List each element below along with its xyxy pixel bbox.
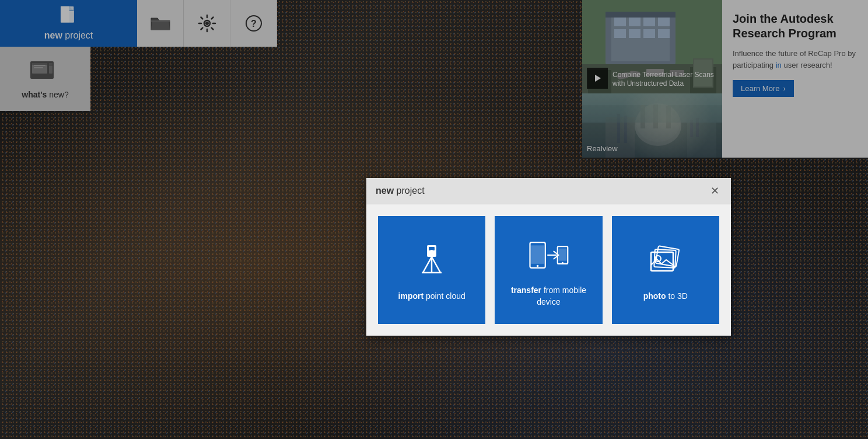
- dialog-close-button[interactable]: ✕: [708, 184, 722, 198]
- svg-rect-62: [531, 246, 545, 264]
- transfer-bold: transfer: [511, 285, 541, 295]
- photo-rest: to 3D: [666, 291, 688, 301]
- svg-line-56: [432, 257, 440, 273]
- photo-bold: photo: [643, 291, 666, 301]
- import-bold: import: [398, 291, 424, 301]
- transfer-mobile-option[interactable]: transfer from mobile device: [495, 216, 602, 324]
- import-point-cloud-label: import point cloud: [398, 291, 466, 302]
- dialog-title: new project: [376, 186, 425, 196]
- import-rest: point cloud: [424, 291, 466, 301]
- svg-line-54: [423, 257, 432, 273]
- dialog-title-rest: project: [394, 186, 424, 196]
- scanner-icon-svg: [411, 241, 452, 281]
- photo-icon: [645, 241, 686, 281]
- import-point-cloud-option[interactable]: import point cloud: [378, 216, 485, 324]
- photo-to-3d-option[interactable]: photo to 3D: [612, 216, 719, 324]
- photos-icon-svg: [645, 241, 686, 281]
- mobile-transfer-icon-svg: [528, 235, 569, 276]
- svg-point-67: [562, 262, 564, 264]
- import-icon: [411, 241, 452, 281]
- transfer-mobile-label: transfer from mobile device: [503, 285, 593, 308]
- transfer-icon: [528, 235, 569, 276]
- photo-to-3d-label: photo to 3D: [643, 291, 688, 302]
- dialog-body: import point cloud: [366, 204, 731, 336]
- close-icon: ✕: [710, 184, 719, 197]
- svg-point-63: [537, 265, 539, 267]
- new-project-dialog: new project ✕: [366, 178, 731, 336]
- transfer-rest: from mobile device: [537, 285, 586, 306]
- svg-rect-66: [559, 249, 567, 261]
- dialog-header: new project ✕: [366, 178, 731, 204]
- dialog-title-bold: new: [376, 186, 394, 196]
